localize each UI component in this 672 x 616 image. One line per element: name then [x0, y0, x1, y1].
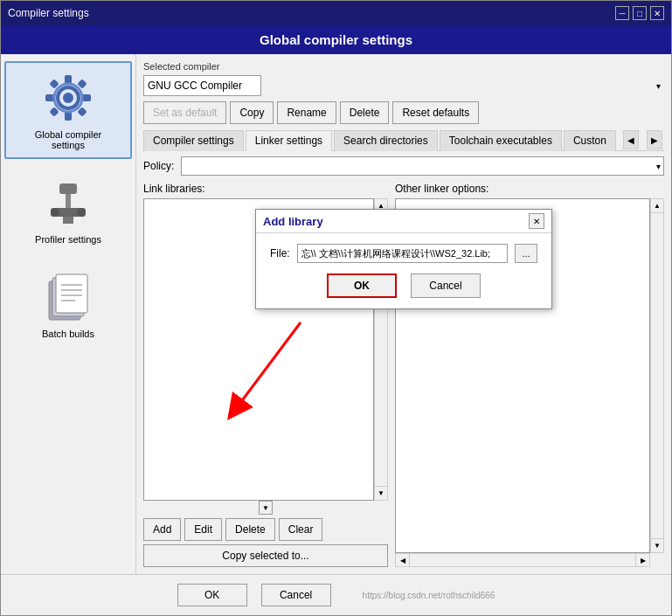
- dialog-title: Add library: [263, 215, 323, 228]
- maximize-button[interactable]: □: [633, 6, 647, 20]
- dialog-overlay: Add library ✕ File: ... OK: [143, 183, 664, 567]
- rename-button[interactable]: Rename: [277, 101, 336, 124]
- gear-icon: [40, 70, 96, 126]
- dialog-close-button[interactable]: ✕: [529, 213, 544, 229]
- svg-rect-19: [56, 274, 87, 313]
- copy-button[interactable]: Copy: [230, 101, 274, 124]
- dialog-body: File: ... OK Cancel: [256, 233, 551, 308]
- tab-search-dirs[interactable]: Search directories: [334, 130, 438, 151]
- watermark: https://blog.csdn.net/rothschild666: [363, 591, 495, 600]
- dialog-cancel-button[interactable]: Cancel: [411, 273, 481, 298]
- compiler-select[interactable]: GNU GCC Compiler: [143, 75, 261, 96]
- svg-rect-16: [63, 217, 73, 224]
- ok-button[interactable]: OK: [177, 584, 247, 606]
- dialog-file-label: File:: [270, 247, 290, 260]
- header-title: Global compiler settings: [260, 32, 412, 47]
- sidebar: Global compilersettings Profiler settin: [1, 54, 136, 574]
- minimize-button[interactable]: ─: [615, 6, 629, 20]
- dialog-buttons: OK Cancel: [270, 273, 537, 298]
- header-bar: Global compiler settings: [1, 25, 671, 54]
- main-window: Compiler settings ─ □ ✕ Global compiler …: [0, 0, 672, 616]
- compiler-select-row: GNU GCC Compiler: [143, 75, 664, 96]
- close-button[interactable]: ✕: [650, 6, 664, 20]
- selected-compiler-label: Selected compiler: [143, 61, 664, 72]
- policy-label: Policy:: [143, 160, 174, 172]
- profiler-icon: [40, 175, 96, 231]
- set-as-default-button[interactable]: Set as default: [143, 101, 226, 124]
- policy-select[interactable]: [181, 156, 664, 176]
- right-panel-inner: Selected compiler GNU GCC Compiler Set a…: [143, 61, 664, 567]
- svg-point-15: [77, 208, 86, 217]
- sidebar-label-profiler: Profiler settings: [35, 234, 101, 245]
- main-content: Global compilersettings Profiler settin: [1, 54, 671, 574]
- tab-toolchain-exe[interactable]: Toolchain executables: [440, 130, 562, 151]
- delete-button[interactable]: Delete: [340, 101, 390, 124]
- batch-builds-icon: [40, 269, 96, 325]
- add-library-dialog: Add library ✕ File: ... OK: [255, 209, 552, 309]
- cancel-button[interactable]: Cancel: [261, 584, 331, 606]
- sidebar-item-batch-builds[interactable]: Batch builds: [4, 260, 132, 348]
- title-bar-controls: ─ □ ✕: [615, 6, 664, 20]
- sidebar-item-global-compiler[interactable]: Global compilersettings: [4, 61, 132, 159]
- dialog-browse-button[interactable]: ...: [515, 244, 537, 263]
- dialog-file-row: File: ...: [270, 244, 537, 263]
- sidebar-label-batch-builds: Batch builds: [42, 329, 94, 339]
- svg-rect-12: [66, 194, 71, 208]
- tabs-row: Compiler settings Linker settings Search…: [143, 129, 664, 151]
- policy-row: Policy:: [143, 156, 664, 176]
- policy-select-wrapper: [181, 156, 664, 176]
- sidebar-label-global-compiler: Global compilersettings: [35, 129, 101, 150]
- sidebar-item-profiler[interactable]: Profiler settings: [4, 166, 132, 253]
- compiler-select-wrapper: GNU GCC Compiler: [143, 75, 664, 96]
- dialog-ok-button[interactable]: OK: [327, 273, 397, 298]
- title-bar: Compiler settings ─ □ ✕: [1, 1, 671, 25]
- svg-point-1: [63, 93, 73, 103]
- tab-linker-settings[interactable]: Linker settings: [246, 130, 332, 151]
- title-bar-left: Compiler settings: [8, 7, 89, 19]
- window-title: Compiler settings: [8, 7, 89, 19]
- tab-prev-button[interactable]: ◀: [623, 130, 639, 149]
- bottom-bar: OK Cancel https://blog.csdn.net/rothschi…: [1, 574, 671, 615]
- dialog-title-bar: Add library ✕: [256, 210, 551, 233]
- dialog-file-input[interactable]: [297, 244, 508, 263]
- toolbar-row: Set as default Copy Rename Delete Reset …: [143, 101, 664, 124]
- svg-point-14: [51, 208, 59, 217]
- right-panel: Selected compiler GNU GCC Compiler Set a…: [136, 54, 671, 574]
- tab-next-button[interactable]: ▶: [647, 130, 662, 149]
- svg-rect-11: [59, 183, 77, 194]
- reset-defaults-button[interactable]: Reset defaults: [392, 101, 479, 124]
- tab-compiler-settings[interactable]: Compiler settings: [143, 130, 244, 151]
- tab-custom[interactable]: Custon: [564, 130, 616, 151]
